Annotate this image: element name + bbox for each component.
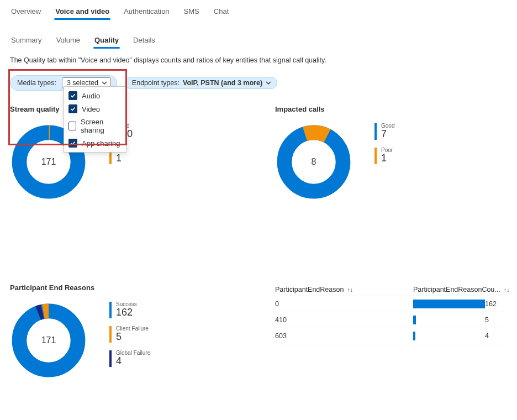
dropdown-option-screen-sharing[interactable]: Screen sharing <box>64 116 126 136</box>
legend-color-swatch <box>374 148 377 164</box>
legend-color-swatch <box>109 350 112 367</box>
legend-value: 5 <box>116 332 149 343</box>
end-reasons-title: Participant End Reasons <box>10 284 242 292</box>
subtab-quality[interactable]: Quality <box>93 34 120 48</box>
legend-color-swatch <box>374 123 377 140</box>
legend-value: 1 <box>116 153 128 164</box>
tab-sms[interactable]: SMS <box>183 5 201 19</box>
chevron-down-icon <box>102 80 107 86</box>
dropdown-option-app-sharing[interactable]: App sharing <box>64 136 126 150</box>
dropdown-option-label: App sharing <box>82 139 120 148</box>
table-header-reason[interactable]: ParticipantEndReason ↑↓ <box>275 286 413 293</box>
stream-quality-total: 171 <box>41 157 56 167</box>
impacted-calls-total: 8 <box>312 157 316 167</box>
legend-value: 162 <box>116 307 137 318</box>
media-types-dropdown: Audio Video Screen sharing App sharing <box>64 86 127 153</box>
end-reasons-total: 171 <box>41 335 56 345</box>
bar-indicator <box>413 300 485 308</box>
bar-indicator <box>413 316 416 324</box>
table-header: ParticipantEndReason ↑↓ ParticipantEndRe… <box>275 284 507 296</box>
subtab-summary[interactable]: Summary <box>10 34 43 48</box>
table-row[interactable]: 603 4 <box>275 328 507 344</box>
checkbox-icon <box>68 122 76 130</box>
cell-reason: 410 <box>275 316 413 324</box>
checkbox-icon <box>68 139 77 148</box>
tab-chat[interactable]: Chat <box>213 5 230 19</box>
dropdown-option-audio[interactable]: Audio <box>64 89 126 102</box>
cell-reason: 603 <box>275 332 413 340</box>
cell-count: 162 <box>485 300 507 308</box>
legend-value: 4 <box>116 356 150 367</box>
dropdown-option-video[interactable]: Video <box>64 102 126 116</box>
subtab-volume[interactable]: Volume <box>55 34 81 48</box>
legend-color-swatch <box>109 302 112 318</box>
end-reasons-legend: Success 162 Client Failure 5 Global Fail… <box>109 302 150 367</box>
sort-icon: ↑↓ <box>347 286 353 293</box>
endpoint-types-value: VoIP, PSTN (and 3 more) <box>183 79 262 87</box>
dropdown-option-label: Video <box>82 105 100 113</box>
media-types-summary: 3 selected <box>67 79 98 87</box>
main-tabs: Overview Voice and video Authentication … <box>10 2 507 19</box>
cell-count: 4 <box>485 332 507 340</box>
cell-reason: 0 <box>275 300 413 308</box>
legend-color-swatch <box>109 326 112 343</box>
dropdown-option-label: Audio <box>82 92 100 100</box>
legend-value: 7 <box>381 129 394 140</box>
checkbox-icon <box>68 104 77 113</box>
table-row[interactable]: 0 162 <box>275 296 507 312</box>
tab-voice-video[interactable]: Voice and video <box>54 5 110 19</box>
endpoint-types-label: Endpoint types: <box>132 79 180 87</box>
page-description: The Quality tab within "Voice and video"… <box>10 56 507 64</box>
dropdown-option-label: Screen sharing <box>81 118 122 134</box>
header-label: ParticipantEndReason <box>275 286 344 293</box>
legend-value: 1 <box>381 153 393 164</box>
endpoint-types-filter[interactable]: Endpoint types: VoIP, PSTN (and 3 more) <box>125 77 277 89</box>
impacted-calls-legend: Good 7 Poor 1 <box>374 123 394 164</box>
table-header-count[interactable]: ParticipantEndReasonCou... ↑↓ <box>413 286 507 293</box>
media-types-label: Media types: <box>17 79 56 87</box>
tab-overview[interactable]: Overview <box>10 5 42 19</box>
impacted-calls-title: Impacted calls <box>275 105 507 113</box>
end-reasons-donut: 171 <box>10 302 87 379</box>
subtab-details[interactable]: Details <box>132 34 156 48</box>
header-label: ParticipantEndReasonCou... <box>413 286 500 293</box>
sub-tabs: Summary Volume Quality Details <box>10 31 507 48</box>
checkbox-icon <box>68 91 77 100</box>
tab-authentication[interactable]: Authentication <box>123 5 170 19</box>
cell-count: 5 <box>485 316 507 324</box>
bar-indicator <box>413 332 415 340</box>
chevron-down-icon <box>266 80 271 86</box>
impacted-calls-donut: 8 <box>275 123 352 201</box>
table-row[interactable]: 410 5 <box>275 312 507 328</box>
sort-icon: ↑↓ <box>504 286 510 293</box>
